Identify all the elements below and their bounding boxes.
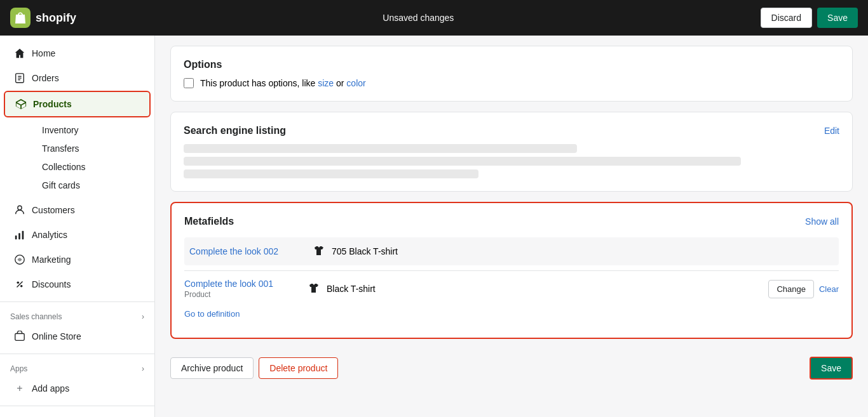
save-top-button[interactable]: Save <box>817 8 858 28</box>
svg-rect-7 <box>22 231 24 240</box>
metafield-row-001: Complete the look 001 Product Black T-sh… <box>184 270 839 325</box>
svg-rect-12 <box>15 334 24 341</box>
metafield-002-content: Complete the look 002 705 Black T-shirt <box>189 244 834 259</box>
settings-area: Settings <box>0 406 154 417</box>
sidebar-item-products[interactable]: Products <box>4 91 151 117</box>
change-button[interactable]: Change <box>768 280 814 298</box>
seo-card: Search engine listing Edit <box>170 112 853 192</box>
apps-section: Apps › <box>0 359 154 376</box>
sidebar: Home Orders Products Inventory Transfers <box>0 36 155 417</box>
sidebar-item-analytics[interactable]: Analytics <box>4 223 151 247</box>
size-link[interactable]: size <box>318 78 334 88</box>
sidebar-item-inventory[interactable]: Inventory <box>32 121 151 139</box>
sidebar-item-settings[interactable]: Settings <box>4 411 151 417</box>
discard-button[interactable]: Discard <box>761 8 812 28</box>
delete-product-button[interactable]: Delete product <box>259 357 338 379</box>
shopify-logo: shopify <box>10 8 76 28</box>
sidebar-item-customers[interactable]: Customers <box>4 198 151 222</box>
options-checkbox[interactable] <box>184 78 194 88</box>
sidebar-item-transfers[interactable]: Transfers <box>32 140 151 157</box>
customers-label: Customers <box>32 205 75 215</box>
home-label: Home <box>32 48 55 58</box>
seo-edit-link[interactable]: Edit <box>824 126 839 136</box>
seo-line-2 <box>184 157 741 166</box>
discounts-icon <box>14 279 25 290</box>
sidebar-item-orders[interactable]: Orders <box>4 66 151 90</box>
analytics-icon <box>14 229 25 241</box>
products-icon <box>15 98 27 110</box>
sidebar-item-home[interactable]: Home <box>4 41 151 65</box>
apps-label: Apps <box>10 364 27 373</box>
orders-label: Orders <box>32 73 59 83</box>
metafield-002-value: 705 Black T-shirt <box>332 246 398 256</box>
metafield-row-002: Complete the look 002 705 Black T-shirt <box>184 237 839 265</box>
svg-rect-6 <box>18 233 20 239</box>
sidebar-item-discounts[interactable]: Discounts <box>4 272 151 296</box>
sidebar-item-collections[interactable]: Collections <box>32 158 151 176</box>
sidebar-item-gift-cards[interactable]: Gift cards <box>32 176 151 194</box>
metafield-001-label[interactable]: Complete the look 001 <box>184 279 273 289</box>
chevron-right-icon-2: › <box>142 364 144 373</box>
show-all-link[interactable]: Show all <box>805 216 839 227</box>
online-store-label: Online Store <box>32 331 81 341</box>
seo-line-3 <box>184 169 478 178</box>
sidebar-divider <box>0 301 154 302</box>
products-label: Products <box>33 99 72 109</box>
chevron-right-icon: › <box>142 312 144 321</box>
seo-header: Search engine listing Edit <box>184 125 839 136</box>
sidebar-item-marketing[interactable]: Marketing <box>4 248 151 272</box>
go-to-definition-link[interactable]: Go to definition <box>184 309 240 319</box>
metafield-001-row-main: Complete the look 001 Product Black T-sh… <box>184 279 839 299</box>
options-title: Options <box>184 59 839 70</box>
metafield-001-value-area: Black T-shirt <box>306 281 761 296</box>
archive-product-button[interactable]: Archive product <box>170 357 254 379</box>
clear-button[interactable]: Clear <box>819 284 839 294</box>
analytics-label: Analytics <box>32 230 67 240</box>
topbar-actions: Discard Save <box>761 8 858 28</box>
metafields-title: Metafields <box>184 216 234 227</box>
home-icon <box>14 48 25 59</box>
svg-point-10 <box>20 285 23 288</box>
online-store-icon <box>14 331 25 342</box>
add-apps-label: Add apps <box>32 383 69 394</box>
color-link[interactable]: color <box>346 78 365 88</box>
tshirt-002-icon <box>311 244 327 259</box>
metafield-001-sublabel: Product <box>184 290 299 299</box>
save-bottom-button[interactable]: Save <box>810 357 853 380</box>
marketing-icon <box>14 254 25 265</box>
sidebar-item-add-apps[interactable]: + Add apps <box>4 376 151 400</box>
sales-channels-section: Sales channels › <box>0 307 154 324</box>
sidebar-divider-3 <box>0 406 154 406</box>
metafield-002-label[interactable]: Complete the look 002 <box>189 246 304 256</box>
bottom-actions: Archive product Delete product Save <box>170 349 853 387</box>
main-content: Options This product has options, like s… <box>155 36 868 417</box>
metafield-002-value-area: 705 Black T-shirt <box>311 244 834 259</box>
options-checkbox-row: This product has options, like size or c… <box>184 78 839 88</box>
metafield-001-actions: Change Clear <box>768 280 839 298</box>
marketing-label: Marketing <box>32 255 71 265</box>
layout: Home Orders Products Inventory Transfers <box>0 36 868 417</box>
svg-point-4 <box>18 206 22 209</box>
metafield-001-value: Black T-shirt <box>327 284 376 294</box>
sidebar-divider-2 <box>0 354 154 354</box>
metafields-card: Metafields Show all Complete the look 00… <box>170 202 853 339</box>
svg-rect-5 <box>15 235 17 239</box>
discounts-label: Discounts <box>32 279 71 289</box>
sidebar-sub-products: Inventory Transfers Collections Gift car… <box>0 118 154 197</box>
topbar-left: shopify <box>10 8 76 28</box>
shopify-bag-icon <box>10 8 31 28</box>
topbar: shopify Unsaved changes Discard Save <box>0 0 868 36</box>
orders-icon <box>14 72 25 84</box>
seo-preview <box>184 144 839 178</box>
customers-icon <box>14 204 25 216</box>
svg-point-9 <box>17 282 20 284</box>
tshirt-001-icon <box>306 281 322 296</box>
sales-channels-label: Sales channels <box>10 312 62 321</box>
metafield-001-label-area: Complete the look 001 Product <box>184 279 299 299</box>
metafields-header: Metafields Show all <box>184 216 839 227</box>
options-label: This product has options, like size or c… <box>200 78 366 88</box>
plus-icon: + <box>14 383 25 394</box>
bottom-left-actions: Archive product Delete product <box>170 357 338 379</box>
sidebar-item-online-store[interactable]: Online Store <box>4 324 151 348</box>
shopify-text: shopify <box>36 11 76 25</box>
